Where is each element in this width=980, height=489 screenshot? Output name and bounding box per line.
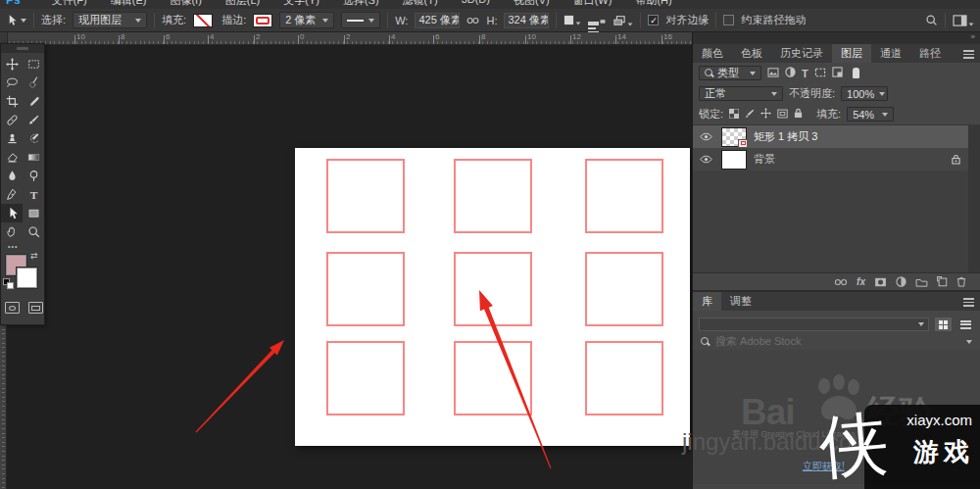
blur-tool[interactable] xyxy=(1,167,23,185)
dodge-tool[interactable] xyxy=(23,167,44,185)
collapse-panels-button[interactable]: » xyxy=(693,32,980,44)
lasso-tool[interactable] xyxy=(1,73,23,92)
layers-scroll-gutter[interactable] xyxy=(968,125,980,272)
grid-view-button[interactable] xyxy=(935,318,952,331)
tab-color[interactable]: 颜色 xyxy=(693,44,732,63)
menu-item[interactable]: 选择(S) xyxy=(343,0,379,8)
screen-mode-button[interactable] xyxy=(28,302,43,314)
tab-paths[interactable]: 路径 xyxy=(910,44,950,63)
hand-tool[interactable] xyxy=(1,222,23,241)
rectangle-tool[interactable] xyxy=(23,204,44,222)
layer-filter-dropdown[interactable]: 类型 xyxy=(699,66,761,80)
history-brush-tool[interactable] xyxy=(23,129,44,148)
menu-item[interactable]: 编辑(E) xyxy=(111,0,147,8)
shape-height-field[interactable]: 324 像素 xyxy=(504,13,549,28)
layer-thumbnail[interactable] xyxy=(721,127,747,147)
edit-toolbar-button[interactable]: ••• xyxy=(1,241,44,250)
tab-channels[interactable]: 通道 xyxy=(871,44,910,63)
menu-item[interactable]: 窗口(W) xyxy=(573,0,612,8)
align-edges-checkbox[interactable]: ✓ xyxy=(648,15,659,25)
new-adjustment-layer-icon[interactable] xyxy=(896,276,906,287)
tab-layers[interactable]: 图层 xyxy=(832,44,871,63)
panel-menu-icon[interactable] xyxy=(963,298,974,309)
rectangular-marquee-tool[interactable] xyxy=(23,55,44,73)
zoom-tool[interactable] xyxy=(23,222,44,241)
search-icon[interactable] xyxy=(925,14,938,26)
move-tool[interactable] xyxy=(1,55,23,73)
toolbox-grip[interactable] xyxy=(1,44,44,53)
brush-tool[interactable] xyxy=(23,111,44,129)
shape-width-field[interactable]: 425 像素 xyxy=(415,13,460,28)
lock-transparency-icon[interactable] xyxy=(729,109,739,121)
filter-shape-layers-icon[interactable] xyxy=(814,68,826,79)
pen-tool[interactable] xyxy=(1,185,23,204)
current-tool-icon[interactable] xyxy=(6,14,26,26)
constrain-path-checkbox[interactable] xyxy=(723,15,734,25)
tab-adjustments[interactable]: 调整 xyxy=(721,292,760,311)
delete-layer-trash-icon[interactable] xyxy=(956,276,966,287)
tab-history[interactable]: 历史记录 xyxy=(771,44,832,63)
lock-all-icon[interactable] xyxy=(794,108,803,121)
quick-selection-tool[interactable] xyxy=(23,73,44,92)
visibility-eye-icon[interactable] xyxy=(700,132,712,141)
filter-type-layers-icon[interactable]: T xyxy=(802,68,808,79)
layer-row-rectangle-copy[interactable]: 矩形 1 拷贝 3 xyxy=(693,125,968,148)
stroke-swatch[interactable] xyxy=(253,14,272,27)
menu-item[interactable]: 滤镜(T) xyxy=(403,0,438,8)
stock-search-row[interactable]: 搜索 Adobe Stock xyxy=(693,333,980,350)
link-layers-icon[interactable] xyxy=(834,278,848,286)
list-view-button[interactable] xyxy=(957,318,974,331)
menu-item[interactable]: 帮助(H) xyxy=(635,0,671,8)
default-colors-icon[interactable] xyxy=(3,278,14,289)
visibility-eye-icon[interactable] xyxy=(700,155,712,164)
layer-style-fx-icon[interactable]: fx xyxy=(857,276,865,287)
clone-stamp-tool[interactable] xyxy=(1,129,23,148)
menu-item[interactable]: 文件(F) xyxy=(52,0,87,8)
stroke-type-dropdown[interactable] xyxy=(341,12,380,28)
get-libraries-link[interactable]: 立即获取! xyxy=(803,460,845,473)
new-group-folder-icon[interactable] xyxy=(915,277,928,287)
layer-row-background[interactable]: 背景 xyxy=(693,148,968,171)
lock-position-icon[interactable] xyxy=(760,108,771,121)
stroke-width-dropdown[interactable]: 2 像素 xyxy=(279,12,334,28)
layer-thumbnail[interactable] xyxy=(721,150,747,170)
lock-pixels-icon[interactable] xyxy=(745,109,755,121)
quick-mask-button[interactable] xyxy=(5,302,20,314)
menu-item[interactable]: 图像(I) xyxy=(170,0,201,8)
horizontal-ruler[interactable]: 1086420246810121416 xyxy=(0,32,692,45)
select-mode-dropdown[interactable]: 现用图层 xyxy=(73,12,147,28)
library-select-dropdown[interactable] xyxy=(699,318,929,331)
fill-opacity-dropdown[interactable]: 54% xyxy=(847,107,894,122)
lock-artboard-icon[interactable] xyxy=(777,109,788,121)
menu-item[interactable]: 视图(V) xyxy=(514,0,550,8)
filter-toggle-pin[interactable] xyxy=(853,68,859,78)
spot-healing-brush-tool[interactable] xyxy=(1,111,23,129)
path-arrangement-button[interactable] xyxy=(612,15,633,26)
tab-libraries[interactable]: 库 xyxy=(693,292,721,311)
menu-item[interactable]: 图层(L) xyxy=(225,0,260,8)
gradient-tool[interactable] xyxy=(23,148,44,167)
workspace-switcher-button[interactable] xyxy=(953,15,974,26)
menu-item[interactable]: 文字(Y) xyxy=(283,0,319,8)
link-dimensions-icon[interactable] xyxy=(466,16,479,25)
fill-swatch-nofill[interactable] xyxy=(193,14,213,27)
panel-menu-icon[interactable] xyxy=(963,50,974,61)
blend-mode-dropdown[interactable]: 正常 xyxy=(699,86,783,101)
type-tool[interactable]: T xyxy=(23,185,44,204)
background-color-swatch[interactable] xyxy=(17,268,37,288)
crop-tool[interactable] xyxy=(1,92,23,111)
filter-adjustment-layers-icon[interactable] xyxy=(785,67,796,79)
eyedropper-tool[interactable] xyxy=(23,92,44,111)
filter-pixel-layers-icon[interactable] xyxy=(767,68,779,79)
document-canvas[interactable] xyxy=(295,148,690,446)
new-layer-icon[interactable] xyxy=(937,276,948,287)
path-alignment-button[interactable] xyxy=(588,18,606,24)
eraser-tool[interactable] xyxy=(1,148,23,167)
menu-item[interactable]: 3D(D) xyxy=(462,0,490,8)
tab-swatches[interactable]: 色板 xyxy=(732,44,771,63)
add-layer-mask-icon[interactable] xyxy=(874,277,887,287)
opacity-dropdown[interactable]: 100% xyxy=(841,86,888,101)
swap-colors-icon[interactable]: ⇄ xyxy=(30,251,38,261)
filter-smart-objects-icon[interactable] xyxy=(832,67,843,79)
path-selection-tool[interactable] xyxy=(1,204,23,222)
